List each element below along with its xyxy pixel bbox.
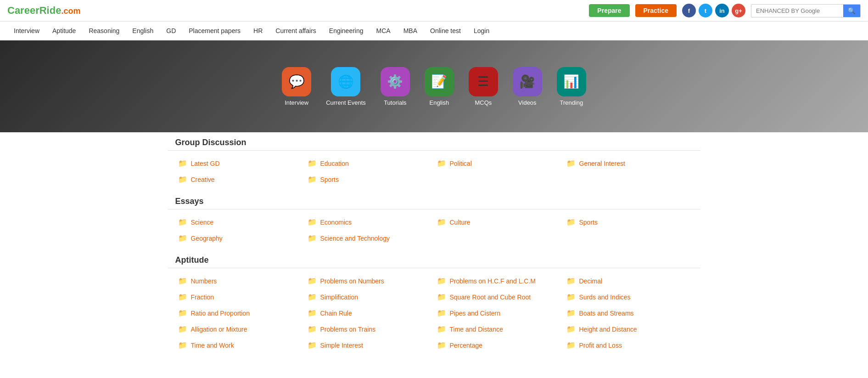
folder-label: Problems on Numbers	[320, 277, 384, 285]
folder-item-economics[interactable]: 📁Economics	[305, 216, 434, 228]
banner-icon-label: English	[430, 99, 449, 106]
folder-item-problems-on-numbers[interactable]: 📁Problems on Numbers	[305, 275, 434, 287]
folder-icon: 📁	[437, 325, 446, 333]
folder-label: Height and Distance	[579, 326, 637, 333]
nav-item-placement-papers[interactable]: Placement papers	[182, 22, 247, 40]
folder-item-chain-rule[interactable]: 📁Chain Rule	[305, 307, 434, 319]
folder-label: Square Root and Cube Root	[450, 293, 531, 301]
banner-icon-interview[interactable]: 💬Interview	[282, 67, 311, 106]
logo-text: CareerRide	[7, 5, 61, 16]
folder-icon: 📁	[566, 218, 576, 226]
nav-item-english[interactable]: English	[126, 22, 160, 40]
folder-item-ratio-and-proportion[interactable]: 📁Ratio and Proportion	[175, 307, 305, 319]
folder-item-fraction[interactable]: 📁Fraction	[175, 291, 305, 303]
folder-item-numbers[interactable]: 📁Numbers	[175, 275, 305, 287]
section-content-aptitude: 📁Numbers📁Problems on Numbers📁Problems on…	[168, 273, 700, 357]
folder-item-science[interactable]: 📁Science	[175, 216, 305, 228]
banner: 💬Interview🌐Current Events⚙️Tutorials📝Eng…	[0, 40, 868, 132]
folder-item-education[interactable]: 📁Education	[305, 157, 434, 169]
folder-item-decimal[interactable]: 📁Decimal	[564, 275, 693, 287]
folder-icon: 📁	[566, 341, 576, 350]
folder-item-simple-interest[interactable]: 📁Simple Interest	[305, 339, 434, 351]
banner-icon-current-events[interactable]: 🌐Current Events	[326, 67, 366, 106]
banner-icon-english[interactable]: 📝English	[425, 67, 454, 106]
folder-icon: 📁	[437, 276, 446, 285]
folder-label: Culture	[450, 219, 470, 226]
folder-item-simplification[interactable]: 📁Simplification	[305, 291, 434, 303]
folder-icon: 📁	[566, 325, 576, 333]
practice-button[interactable]: Practice	[635, 4, 677, 17]
folder-icon: 📁	[308, 309, 317, 317]
folder-item-profit-and-loss[interactable]: 📁Profit and Loss	[564, 339, 693, 351]
folder-item-time-and-distance[interactable]: 📁Time and Distance	[434, 323, 564, 335]
folder-label: Profit and Loss	[579, 342, 622, 349]
search-button[interactable]: 🔍	[843, 5, 860, 17]
folder-label: Creative	[191, 176, 215, 183]
folder-item-sports[interactable]: 📁Sports	[305, 173, 434, 186]
banner-icon-trending[interactable]: 📊Trending	[557, 67, 586, 106]
twitter-icon[interactable]: t	[699, 4, 712, 17]
folder-label: Time and Distance	[450, 326, 503, 333]
nav-item-engineering[interactable]: Engineering	[323, 22, 370, 40]
banner-icon-videos[interactable]: 🎥Videos	[513, 67, 542, 106]
folder-item-sports[interactable]: 📁Sports	[564, 216, 693, 228]
folder-icon: 📁	[308, 234, 317, 243]
nav-item-mba[interactable]: MBA	[397, 22, 424, 40]
folder-label: Simple Interest	[320, 342, 363, 349]
googleplus-icon[interactable]: g+	[732, 4, 745, 17]
nav-item-gd[interactable]: GD	[160, 22, 182, 40]
nav-item-online-test[interactable]: Online test	[424, 22, 467, 40]
folder-icon: 📁	[437, 341, 446, 350]
folder-item-pipes-and-cistern[interactable]: 📁Pipes and Cistern	[434, 307, 564, 319]
prepare-button[interactable]: Prepare	[589, 4, 629, 17]
folder-label: Surds and Indices	[579, 293, 631, 301]
search-input[interactable]	[751, 5, 843, 17]
folder-item-alligation-or-mixture[interactable]: 📁Alligation or Mixture	[175, 323, 305, 335]
items-grid-aptitude: 📁Numbers📁Problems on Numbers📁Problems on…	[175, 275, 693, 351]
folder-item-creative[interactable]: 📁Creative	[175, 173, 305, 186]
folder-item-culture[interactable]: 📁Culture	[434, 216, 564, 228]
folder-item-political[interactable]: 📁Political	[434, 157, 564, 169]
nav-item-interview[interactable]: Interview	[7, 22, 46, 40]
search-bar[interactable]: 🔍	[751, 4, 861, 17]
nav-item-current-affairs[interactable]: Current affairs	[269, 22, 322, 40]
folder-item-percentage[interactable]: 📁Percentage	[434, 339, 564, 351]
banner-icon-tutorials[interactable]: ⚙️Tutorials	[381, 67, 410, 106]
folder-item-latest-gd[interactable]: 📁Latest GD	[175, 157, 305, 169]
tutorials-icon: ⚙️	[381, 67, 410, 96]
folder-item-time-and-work[interactable]: 📁Time and Work	[175, 339, 305, 351]
nav-item-mca[interactable]: MCA	[370, 22, 397, 40]
folder-item-problems-on-trains[interactable]: 📁Problems on Trains	[305, 323, 434, 335]
folder-item-height-and-distance[interactable]: 📁Height and Distance	[564, 323, 693, 335]
folder-label: Boats and Streams	[579, 310, 634, 317]
folder-item-square-root-and-cube-root[interactable]: 📁Square Root and Cube Root	[434, 291, 564, 303]
folder-label: Geography	[191, 235, 223, 242]
folder-item-science-and-technology[interactable]: 📁Science and Technology	[305, 232, 434, 244]
section-aptitude: Aptitude📁Numbers📁Problems on Numbers📁Pro…	[168, 250, 700, 357]
folder-icon: 📁	[566, 309, 576, 317]
linkedin-icon[interactable]: in	[715, 4, 729, 17]
banner-icon-mcqs[interactable]: ☰MCQs	[469, 67, 498, 106]
folder-label: Fraction	[191, 293, 214, 301]
section-title-group-discussion: Group Discussion	[168, 132, 700, 151]
folder-item-boats-and-streams[interactable]: 📁Boats and Streams	[564, 307, 693, 319]
folder-icon: 📁	[308, 218, 317, 226]
folder-label: Numbers	[191, 277, 217, 285]
nav-item-login[interactable]: Login	[467, 22, 496, 40]
folder-label: Decimal	[579, 277, 603, 285]
folder-item-general-interest[interactable]: 📁General Interest	[564, 157, 693, 169]
folder-label: Pipes and Cistern	[450, 310, 501, 317]
folder-item-problems-on-h.c.f-and-l.c.m[interactable]: 📁Problems on H.C.F and L.C.M	[434, 275, 564, 287]
nav-item-reasoning[interactable]: Reasoning	[82, 22, 126, 40]
trending-icon: 📊	[557, 67, 586, 96]
facebook-icon[interactable]: f	[682, 4, 696, 17]
folder-icon: 📁	[178, 175, 187, 184]
banner-icon-label: Trending	[560, 99, 583, 106]
current-events-icon: 🌐	[331, 67, 360, 96]
nav-item-hr[interactable]: HR	[247, 22, 269, 40]
folder-label: Science	[191, 219, 214, 226]
logo[interactable]: CareerRide.com	[7, 5, 80, 17]
nav-item-aptitude[interactable]: Aptitude	[46, 22, 82, 40]
folder-item-surds-and-indices[interactable]: 📁Surds and Indices	[564, 291, 693, 303]
folder-item-geography[interactable]: 📁Geography	[175, 232, 305, 244]
